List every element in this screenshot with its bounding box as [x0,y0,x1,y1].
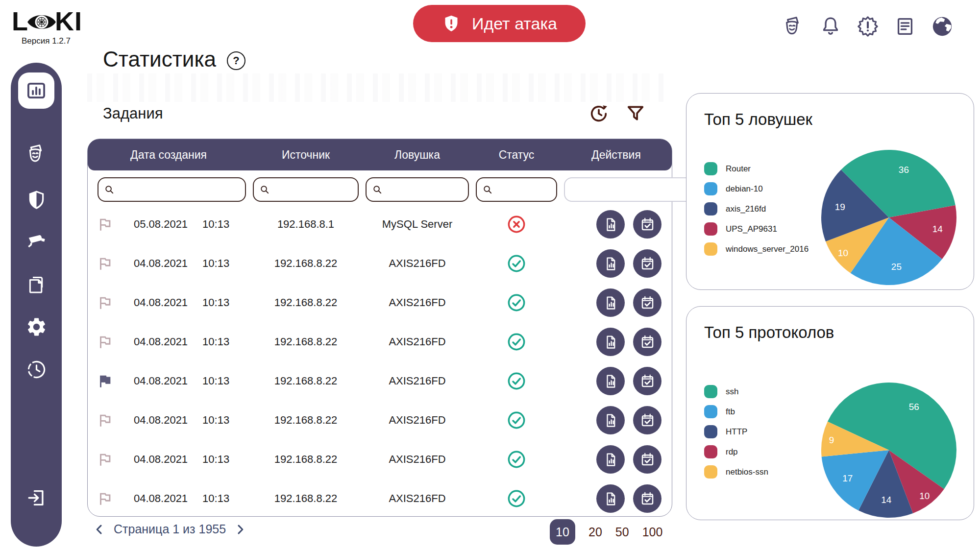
calendar-button[interactable] [633,367,662,395]
report-button[interactable] [596,210,625,239]
page-size-100[interactable]: 100 [642,525,663,539]
sidebar-item-surveillance[interactable] [11,231,62,253]
logout-icon [25,487,48,509]
flag-outline-icon[interactable] [88,412,122,429]
search-icon [372,184,383,195]
flag-outline-icon[interactable] [88,255,122,272]
table-row: 05.08.202110:13192.168.8.1MySQL Server [88,205,672,244]
cctv-icon [25,231,48,253]
flag-outline-icon[interactable] [88,451,122,468]
eye-logo-icon [28,8,55,34]
table-row: 04.08.202110:13192.168.8.22AXIS216FD [88,479,672,518]
chevron-right-icon[interactable] [234,523,246,536]
calendar-button[interactable] [633,484,662,513]
flag-outline-icon[interactable] [88,490,122,507]
shield-icon [25,189,48,211]
sidebar-item-history[interactable] [11,359,62,381]
filter-source-input[interactable] [270,184,358,195]
calendar-button[interactable] [633,249,662,278]
filter-status-input[interactable] [493,184,556,195]
page-size-10[interactable]: 10 [550,519,575,545]
report-button[interactable] [596,445,625,474]
sidebar [11,63,62,547]
calendar-button[interactable] [633,328,662,356]
filter-trap-input[interactable] [383,184,468,195]
legend-label: ftb [726,407,735,417]
filter-source-field [253,177,359,202]
masks-icon[interactable] [782,15,805,38]
chevron-left-icon[interactable] [93,523,106,536]
sidebar-item-logout[interactable] [11,487,62,509]
flag-outline-icon[interactable] [88,334,122,350]
calendar-button[interactable] [633,210,662,239]
app-logo: L KI [12,6,82,36]
bar-chart-icon [25,79,48,102]
report-button[interactable] [596,328,625,356]
sidebar-item-protection[interactable] [11,189,62,211]
filter-date-input[interactable] [115,184,245,195]
flag-filled-icon[interactable] [88,373,122,389]
legend-item: UPS_AP9631 [704,219,808,239]
sidebar-item-traps[interactable] [11,143,62,165]
shield-exclamation-icon [441,14,461,33]
search-icon [104,184,115,195]
background-watermark [87,73,668,102]
report-button[interactable] [596,249,625,278]
calendar-button[interactable] [633,406,662,434]
row-source: 192.168.8.22 [249,375,362,387]
status-success-icon [472,450,561,469]
page-size-50[interactable]: 50 [615,525,629,539]
refresh-history-icon[interactable] [587,102,610,125]
table-row: 04.08.202110:13192.168.8.22AXIS216FD [88,244,672,283]
filter-row [88,170,672,205]
top-traps-title: Топ 5 ловушек [704,110,812,129]
filter-date-field [98,177,246,202]
page-size-20[interactable]: 20 [588,525,602,539]
sidebar-item-statistics[interactable] [18,72,54,109]
alert-burst-icon[interactable] [856,15,879,38]
report-button[interactable] [596,288,625,317]
top-protocols-title: Топ 5 протоколов [704,323,834,342]
search-icon [482,184,493,195]
slice-value-label: 36 [899,165,909,175]
status-success-icon [472,489,561,508]
bell-icon[interactable] [819,15,842,38]
row-trap: AXIS216FD [362,492,472,505]
row-date: 04.08.2021 [134,335,188,348]
attack-alert-button[interactable]: Идет атака [413,5,586,42]
flag-outline-icon[interactable] [88,294,122,311]
legend-item: rdp [704,442,768,462]
sidebar-item-settings[interactable] [11,316,62,338]
legend-label: debian-10 [726,184,763,194]
legend-label: HTTP [726,427,747,437]
report-button[interactable] [596,406,625,434]
report-button[interactable] [596,484,625,513]
slice-value-label: 17 [842,473,853,483]
help-icon[interactable]: ? [227,51,245,70]
sidebar-item-documents[interactable] [11,273,62,295]
attack-alert-label: Идет атака [472,14,557,33]
row-date: 04.08.2021 [134,414,188,427]
flag-outline-icon[interactable] [88,216,122,233]
legend-swatch [704,222,717,236]
globe-icon[interactable] [931,15,954,38]
top-protocols-card: Топ 5 протоколов sshftbHTTPrdpnetbios-ss… [686,306,974,520]
table-row: 04.08.202110:13192.168.8.22AXIS216FD [88,401,672,440]
calendar-button[interactable] [633,288,662,317]
slice-value-label: 14 [881,495,892,505]
row-source: 192.168.8.22 [249,453,362,466]
legend-swatch [704,242,717,256]
report-button[interactable] [596,367,625,395]
filter-icon[interactable] [624,102,647,125]
table-row: 04.08.202110:13192.168.8.22AXIS216FD [88,283,672,322]
app-version: Версия 1.2.7 [12,36,80,46]
legend-swatch [704,465,717,479]
log-icon[interactable] [893,15,916,38]
row-time: 10:13 [202,218,229,231]
calendar-button[interactable] [633,445,662,474]
top-traps-pie-chart: 3614251019 [818,146,960,288]
column-header-actions: Действия [561,148,672,162]
copy-icon [25,273,48,295]
filter-status-field [476,177,557,202]
tasks-section-title: Задания [103,105,163,122]
